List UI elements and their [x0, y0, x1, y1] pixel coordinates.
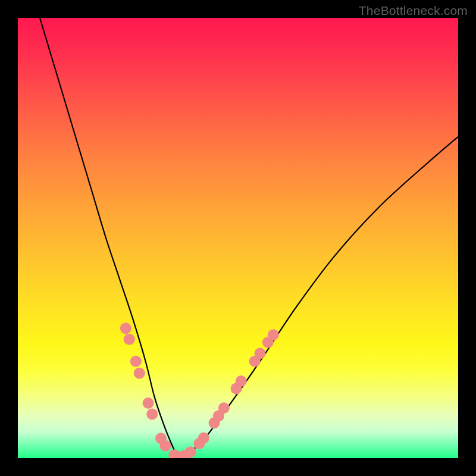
marker-dot: [146, 409, 158, 420]
marker-dot: [120, 322, 131, 334]
marker-dot: [268, 329, 279, 340]
marker-dot: [198, 432, 209, 443]
marker-dot: [185, 446, 196, 458]
marker-dot: [218, 402, 230, 414]
watermark-text: TheBottleneck.com: [359, 4, 468, 18]
plot-area: [18, 18, 458, 458]
chart-frame: TheBottleneck.com: [0, 0, 476, 476]
marker-dot: [236, 375, 247, 387]
marker-dot: [130, 356, 142, 367]
marker-dot: [143, 397, 154, 409]
bottleneck-curve: [40, 18, 458, 458]
marker-dot: [124, 334, 135, 345]
marker-dots: [120, 322, 279, 458]
chart-svg: [18, 18, 458, 458]
marker-dot: [134, 368, 145, 379]
marker-dot: [159, 440, 171, 452]
marker-dot: [255, 347, 266, 359]
